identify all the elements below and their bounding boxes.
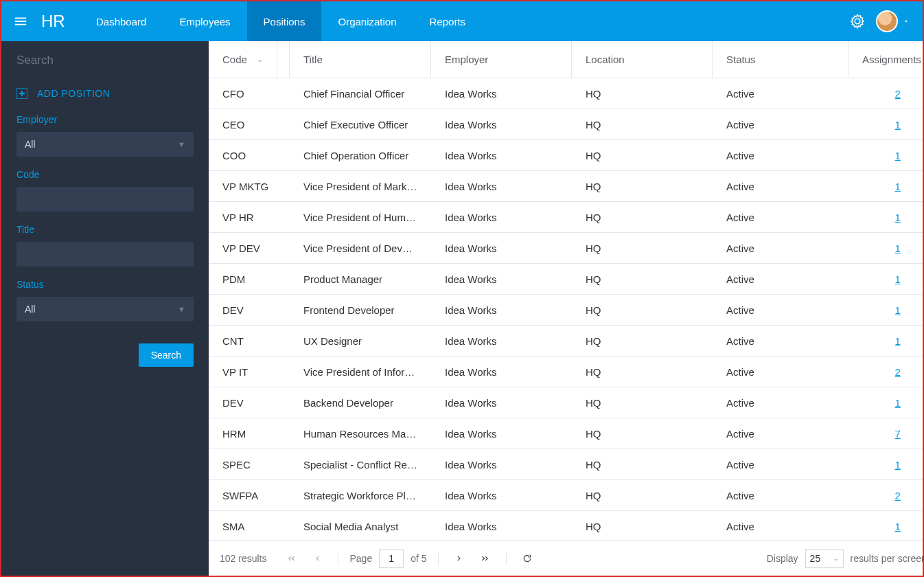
search-button[interactable]: Search: [139, 343, 194, 367]
table-row[interactable]: DEVFrontend DeveloperIdea WorksHQActive1: [209, 295, 924, 326]
cell-status: Active: [713, 521, 848, 532]
assignments-link[interactable]: 1: [895, 335, 901, 347]
cell-assignments: 1: [848, 335, 924, 347]
cell-status: Active: [713, 459, 848, 471]
assignments-link[interactable]: 1: [895, 150, 901, 161]
assignments-link[interactable]: 1: [895, 521, 901, 532]
table-row[interactable]: VP MKTGVice President of Mark…Idea Works…: [209, 171, 924, 202]
cell-title: Backend Developer: [290, 397, 431, 409]
cell-location: HQ: [572, 428, 713, 440]
assignments-link[interactable]: 1: [895, 119, 901, 131]
table-row[interactable]: CNTUX DesignerIdea WorksHQActive1: [209, 326, 924, 357]
pager-page-input[interactable]: [379, 549, 404, 568]
pager-display-dropdown[interactable]: 25 ⌄: [805, 549, 844, 568]
assignments-link[interactable]: 1: [895, 273, 901, 285]
cell-assignments: 2: [848, 490, 924, 501]
employer-dropdown[interactable]: All ▼: [16, 132, 194, 157]
cell-location: HQ: [572, 521, 713, 532]
cell-code: VP MKTG: [209, 181, 290, 192]
assignments-link[interactable]: 1: [895, 397, 901, 409]
cell-employer: Idea Works: [431, 119, 572, 131]
cell-location: HQ: [572, 366, 713, 378]
table-row[interactable]: HRMHuman Resources Man…Idea WorksHQActiv…: [209, 418, 924, 449]
assignments-link[interactable]: 2: [895, 366, 901, 378]
assignments-link[interactable]: 1: [895, 212, 901, 223]
main-content: Code ⌄ Title Employer Location Status As…: [209, 41, 924, 576]
user-menu[interactable]: [876, 10, 910, 32]
column-header-employer[interactable]: Employer: [431, 41, 572, 78]
results-count: 102 results: [220, 553, 266, 564]
column-header-location[interactable]: Location: [572, 41, 713, 78]
grid-body[interactable]: CFOChief Financial OfficerIdea WorksHQAc…: [209, 78, 924, 540]
cell-code: SPEC: [209, 459, 290, 471]
pager-separator: [438, 552, 439, 565]
cell-title: Product Manager: [290, 273, 431, 285]
table-row[interactable]: VP DEVVice President of Devel…Idea Works…: [209, 233, 924, 264]
pager-next-button[interactable]: [450, 549, 469, 568]
column-header-status[interactable]: Status: [713, 41, 848, 78]
nav-tab-positions[interactable]: Positions: [247, 1, 322, 41]
cell-employer: Idea Works: [431, 366, 572, 378]
table-row[interactable]: SMASocial Media AnalystIdea WorksHQActiv…: [209, 511, 924, 540]
nav-tab-reports[interactable]: Reports: [413, 1, 483, 41]
code-input[interactable]: [16, 187, 194, 212]
cell-location: HQ: [572, 335, 713, 347]
pager-prev-button[interactable]: [308, 549, 327, 568]
column-header-title[interactable]: Title: [290, 41, 431, 78]
nav-tab-organization[interactable]: Organization: [321, 1, 413, 41]
grid-header: Code ⌄ Title Employer Location Status As…: [209, 41, 924, 78]
add-position-button[interactable]: ADD POSITION: [1, 80, 209, 111]
pager-first-button[interactable]: [281, 549, 301, 568]
cell-title: Strategic Workforce Pla…: [290, 490, 431, 501]
assignments-link[interactable]: 7: [895, 428, 901, 440]
table-row[interactable]: PDMProduct ManagerIdea WorksHQActive1: [209, 264, 924, 295]
gear-icon: [849, 13, 866, 30]
pager-last-button[interactable]: [476, 549, 495, 568]
cell-status: Active: [713, 366, 848, 378]
column-header-assignments[interactable]: Assignments: [848, 41, 924, 78]
assignments-link[interactable]: 2: [895, 490, 901, 501]
cell-code: CFO: [209, 88, 290, 100]
table-row[interactable]: COOChief Operation OfficerIdea WorksHQAc…: [209, 140, 924, 171]
filter-code: Code: [1, 166, 209, 221]
assignments-link[interactable]: 1: [895, 181, 901, 192]
cell-status: Active: [713, 273, 848, 285]
search-input[interactable]: [16, 54, 194, 67]
assignments-link[interactable]: 2: [895, 88, 901, 100]
menu-toggle-button[interactable]: [1, 1, 40, 41]
table-row[interactable]: CEOChief Executive OfficerIdea WorksHQAc…: [209, 109, 924, 140]
nav-tabs: DashboardEmployeesPositionsOrganizationR…: [80, 1, 482, 41]
search-button-row: Search: [1, 331, 209, 367]
cell-status: Active: [713, 335, 848, 347]
assignments-link[interactable]: 1: [895, 242, 901, 254]
column-header-code[interactable]: Code ⌄: [209, 41, 277, 78]
pager-of-text: of 5: [411, 553, 426, 564]
table-row[interactable]: CFOChief Financial OfficerIdea WorksHQAc…: [209, 78, 924, 109]
pager-refresh-button[interactable]: [518, 549, 537, 568]
cell-location: HQ: [572, 119, 713, 131]
table-row[interactable]: DEVBackend DeveloperIdea WorksHQActive1: [209, 387, 924, 418]
column-header-code-label: Code: [222, 54, 247, 65]
cell-location: HQ: [572, 459, 713, 471]
settings-button[interactable]: [848, 12, 866, 30]
table-row[interactable]: SWFPAStrategic Workforce Pla…Idea WorksH…: [209, 480, 924, 511]
cell-assignments: 1: [848, 304, 924, 316]
title-input[interactable]: [16, 242, 194, 267]
cell-status: Active: [713, 304, 848, 316]
cell-location: HQ: [572, 304, 713, 316]
status-dropdown[interactable]: All ▼: [16, 297, 194, 321]
cell-title: Chief Executive Officer: [290, 119, 431, 131]
nav-tab-dashboard[interactable]: Dashboard: [80, 1, 163, 41]
table-row[interactable]: VP HRVice President of Huma…Idea WorksHQ…: [209, 202, 924, 233]
cell-assignments: 2: [848, 366, 924, 378]
topnav-spacer: [482, 1, 848, 41]
cell-employer: Idea Works: [431, 304, 572, 316]
table-row[interactable]: SPECSpecialist - Conflict Res…Idea Works…: [209, 449, 924, 480]
brand-logo[interactable]: HR: [40, 1, 77, 41]
cell-title: Vice President of Huma…: [290, 212, 431, 223]
table-row[interactable]: VP ITVice President of Infor…Idea WorksH…: [209, 357, 924, 387]
assignments-link[interactable]: 1: [895, 304, 901, 316]
cell-status: Active: [713, 150, 848, 161]
assignments-link[interactable]: 1: [895, 459, 901, 471]
nav-tab-employees[interactable]: Employees: [163, 1, 246, 41]
